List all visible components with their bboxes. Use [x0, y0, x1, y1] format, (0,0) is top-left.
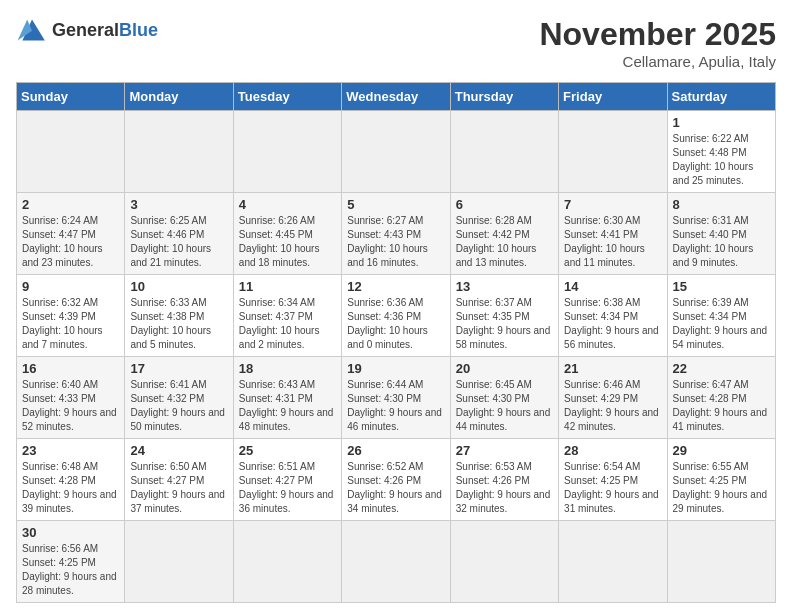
- calendar-week-row: 2Sunrise: 6:24 AM Sunset: 4:47 PM Daylig…: [17, 193, 776, 275]
- calendar-day-cell: 29Sunrise: 6:55 AM Sunset: 4:25 PM Dayli…: [667, 439, 775, 521]
- calendar-table: SundayMondayTuesdayWednesdayThursdayFrid…: [16, 82, 776, 603]
- day-info: Sunrise: 6:37 AM Sunset: 4:35 PM Dayligh…: [456, 296, 553, 352]
- page-container: GeneralBlue November 2025 Cellamare, Apu…: [16, 16, 776, 603]
- calendar-day-cell: 15Sunrise: 6:39 AM Sunset: 4:34 PM Dayli…: [667, 275, 775, 357]
- weekday-header-thursday: Thursday: [450, 83, 558, 111]
- day-number: 23: [22, 443, 119, 458]
- day-number: 7: [564, 197, 661, 212]
- calendar-day-cell: 5Sunrise: 6:27 AM Sunset: 4:43 PM Daylig…: [342, 193, 450, 275]
- day-number: 22: [673, 361, 770, 376]
- day-number: 28: [564, 443, 661, 458]
- day-info: Sunrise: 6:30 AM Sunset: 4:41 PM Dayligh…: [564, 214, 661, 270]
- calendar-day-cell: 18Sunrise: 6:43 AM Sunset: 4:31 PM Dayli…: [233, 357, 341, 439]
- calendar-day-cell: 13Sunrise: 6:37 AM Sunset: 4:35 PM Dayli…: [450, 275, 558, 357]
- day-info: Sunrise: 6:22 AM Sunset: 4:48 PM Dayligh…: [673, 132, 770, 188]
- calendar-day-cell: [233, 521, 341, 603]
- day-info: Sunrise: 6:36 AM Sunset: 4:36 PM Dayligh…: [347, 296, 444, 352]
- day-info: Sunrise: 6:24 AM Sunset: 4:47 PM Dayligh…: [22, 214, 119, 270]
- calendar-day-cell: 23Sunrise: 6:48 AM Sunset: 4:28 PM Dayli…: [17, 439, 125, 521]
- calendar-day-cell: 9Sunrise: 6:32 AM Sunset: 4:39 PM Daylig…: [17, 275, 125, 357]
- day-number: 2: [22, 197, 119, 212]
- day-number: 27: [456, 443, 553, 458]
- day-number: 13: [456, 279, 553, 294]
- calendar-day-cell: [450, 521, 558, 603]
- day-info: Sunrise: 6:54 AM Sunset: 4:25 PM Dayligh…: [564, 460, 661, 516]
- day-number: 10: [130, 279, 227, 294]
- day-info: Sunrise: 6:56 AM Sunset: 4:25 PM Dayligh…: [22, 542, 119, 598]
- calendar-day-cell: 8Sunrise: 6:31 AM Sunset: 4:40 PM Daylig…: [667, 193, 775, 275]
- day-info: Sunrise: 6:53 AM Sunset: 4:26 PM Dayligh…: [456, 460, 553, 516]
- day-info: Sunrise: 6:28 AM Sunset: 4:42 PM Dayligh…: [456, 214, 553, 270]
- weekday-header-wednesday: Wednesday: [342, 83, 450, 111]
- day-info: Sunrise: 6:34 AM Sunset: 4:37 PM Dayligh…: [239, 296, 336, 352]
- day-info: Sunrise: 6:32 AM Sunset: 4:39 PM Dayligh…: [22, 296, 119, 352]
- calendar-day-cell: 3Sunrise: 6:25 AM Sunset: 4:46 PM Daylig…: [125, 193, 233, 275]
- calendar-day-cell: [233, 111, 341, 193]
- day-info: Sunrise: 6:50 AM Sunset: 4:27 PM Dayligh…: [130, 460, 227, 516]
- calendar-day-cell: 12Sunrise: 6:36 AM Sunset: 4:36 PM Dayli…: [342, 275, 450, 357]
- day-info: Sunrise: 6:25 AM Sunset: 4:46 PM Dayligh…: [130, 214, 227, 270]
- day-number: 14: [564, 279, 661, 294]
- calendar-week-row: 30Sunrise: 6:56 AM Sunset: 4:25 PM Dayli…: [17, 521, 776, 603]
- day-number: 11: [239, 279, 336, 294]
- calendar-day-cell: 30Sunrise: 6:56 AM Sunset: 4:25 PM Dayli…: [17, 521, 125, 603]
- day-number: 8: [673, 197, 770, 212]
- day-number: 6: [456, 197, 553, 212]
- day-info: Sunrise: 6:26 AM Sunset: 4:45 PM Dayligh…: [239, 214, 336, 270]
- calendar-day-cell: 24Sunrise: 6:50 AM Sunset: 4:27 PM Dayli…: [125, 439, 233, 521]
- calendar-day-cell: 7Sunrise: 6:30 AM Sunset: 4:41 PM Daylig…: [559, 193, 667, 275]
- day-info: Sunrise: 6:43 AM Sunset: 4:31 PM Dayligh…: [239, 378, 336, 434]
- calendar-day-cell: [342, 111, 450, 193]
- day-number: 20: [456, 361, 553, 376]
- calendar-day-cell: 11Sunrise: 6:34 AM Sunset: 4:37 PM Dayli…: [233, 275, 341, 357]
- day-number: 15: [673, 279, 770, 294]
- calendar-day-cell: [667, 521, 775, 603]
- day-number: 4: [239, 197, 336, 212]
- day-info: Sunrise: 6:45 AM Sunset: 4:30 PM Dayligh…: [456, 378, 553, 434]
- calendar-day-cell: 21Sunrise: 6:46 AM Sunset: 4:29 PM Dayli…: [559, 357, 667, 439]
- calendar-day-cell: [559, 111, 667, 193]
- day-number: 1: [673, 115, 770, 130]
- weekday-header-monday: Monday: [125, 83, 233, 111]
- calendar-day-cell: 6Sunrise: 6:28 AM Sunset: 4:42 PM Daylig…: [450, 193, 558, 275]
- day-info: Sunrise: 6:55 AM Sunset: 4:25 PM Dayligh…: [673, 460, 770, 516]
- calendar-day-cell: 4Sunrise: 6:26 AM Sunset: 4:45 PM Daylig…: [233, 193, 341, 275]
- generalblue-logo-icon: [16, 16, 48, 44]
- month-year-title: November 2025: [539, 16, 776, 53]
- calendar-week-row: 1Sunrise: 6:22 AM Sunset: 4:48 PM Daylig…: [17, 111, 776, 193]
- day-number: 5: [347, 197, 444, 212]
- calendar-day-cell: 22Sunrise: 6:47 AM Sunset: 4:28 PM Dayli…: [667, 357, 775, 439]
- day-info: Sunrise: 6:40 AM Sunset: 4:33 PM Dayligh…: [22, 378, 119, 434]
- calendar-day-cell: [450, 111, 558, 193]
- calendar-week-row: 16Sunrise: 6:40 AM Sunset: 4:33 PM Dayli…: [17, 357, 776, 439]
- day-number: 16: [22, 361, 119, 376]
- calendar-day-cell: 16Sunrise: 6:40 AM Sunset: 4:33 PM Dayli…: [17, 357, 125, 439]
- calendar-day-cell: [342, 521, 450, 603]
- calendar-day-cell: 2Sunrise: 6:24 AM Sunset: 4:47 PM Daylig…: [17, 193, 125, 275]
- day-info: Sunrise: 6:52 AM Sunset: 4:26 PM Dayligh…: [347, 460, 444, 516]
- location-subtitle: Cellamare, Apulia, Italy: [539, 53, 776, 70]
- day-info: Sunrise: 6:51 AM Sunset: 4:27 PM Dayligh…: [239, 460, 336, 516]
- calendar-day-cell: 28Sunrise: 6:54 AM Sunset: 4:25 PM Dayli…: [559, 439, 667, 521]
- day-info: Sunrise: 6:47 AM Sunset: 4:28 PM Dayligh…: [673, 378, 770, 434]
- day-number: 12: [347, 279, 444, 294]
- weekday-header-row: SundayMondayTuesdayWednesdayThursdayFrid…: [17, 83, 776, 111]
- day-info: Sunrise: 6:46 AM Sunset: 4:29 PM Dayligh…: [564, 378, 661, 434]
- day-number: 3: [130, 197, 227, 212]
- day-number: 26: [347, 443, 444, 458]
- day-number: 30: [22, 525, 119, 540]
- day-number: 17: [130, 361, 227, 376]
- day-number: 29: [673, 443, 770, 458]
- weekday-header-friday: Friday: [559, 83, 667, 111]
- day-info: Sunrise: 6:27 AM Sunset: 4:43 PM Dayligh…: [347, 214, 444, 270]
- weekday-header-tuesday: Tuesday: [233, 83, 341, 111]
- day-number: 19: [347, 361, 444, 376]
- header-section: GeneralBlue November 2025 Cellamare, Apu…: [16, 16, 776, 70]
- weekday-header-saturday: Saturday: [667, 83, 775, 111]
- day-number: 21: [564, 361, 661, 376]
- day-info: Sunrise: 6:33 AM Sunset: 4:38 PM Dayligh…: [130, 296, 227, 352]
- title-area: November 2025 Cellamare, Apulia, Italy: [539, 16, 776, 70]
- day-number: 9: [22, 279, 119, 294]
- day-info: Sunrise: 6:38 AM Sunset: 4:34 PM Dayligh…: [564, 296, 661, 352]
- calendar-day-cell: 26Sunrise: 6:52 AM Sunset: 4:26 PM Dayli…: [342, 439, 450, 521]
